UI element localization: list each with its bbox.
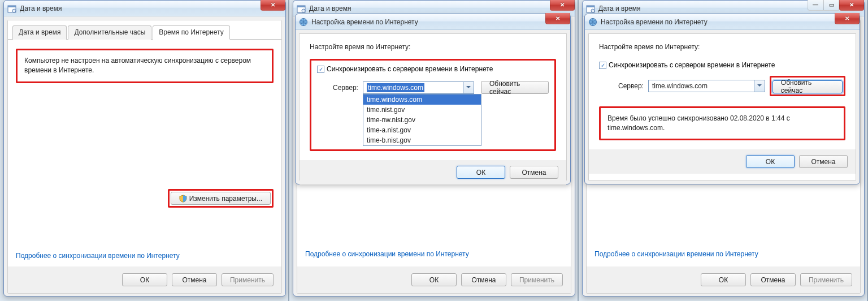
dialog-cancel-button[interactable]: Отмена (510, 166, 558, 179)
apply-button[interactable]: Применить (222, 273, 274, 286)
chevron-down-icon[interactable] (463, 82, 474, 93)
dialog-ok-button[interactable]: ОК (746, 155, 795, 168)
close-button[interactable]: ✕ (550, 0, 575, 11)
window-title: Дата и время (20, 5, 62, 12)
dialog-heading: Настройте время по Интернету: (310, 43, 556, 51)
close-button[interactable]: ✕ (839, 0, 864, 11)
ok-button[interactable]: ОК (411, 273, 457, 286)
sync-checkbox-label: Синхронизировать с сервером времени в Ин… (609, 61, 775, 69)
server-option[interactable]: time.nist.gov (363, 105, 481, 115)
more-info-link[interactable]: Подробнее о синхронизации времени по Инт… (594, 250, 758, 258)
tab-date-time[interactable]: Дата и время (12, 25, 67, 40)
dialog-close-button[interactable]: ✕ (835, 13, 860, 24)
window-title: Дата и время (598, 5, 640, 12)
apply-button[interactable]: Применить (800, 273, 852, 286)
tab-additional-clocks[interactable]: Дополнительные часы (68, 25, 151, 40)
change-settings-label: Изменить параметры... (189, 195, 262, 203)
server-label: Сервер: (333, 84, 358, 92)
server-value: time.windows.com (652, 82, 708, 90)
cancel-button[interactable]: Отмена (461, 273, 506, 286)
svg-point-9 (591, 9, 594, 12)
dialog-heading: Настройте время по Интернету: (599, 43, 845, 51)
svg-point-2 (12, 9, 16, 12)
calendar-icon (297, 4, 306, 13)
titlebar: Дата и время ✕ (4, 1, 285, 16)
server-option[interactable]: time-a.nist.gov (363, 125, 481, 135)
ok-button[interactable]: ОК (701, 273, 746, 286)
maximize-button[interactable]: ▭ (823, 0, 839, 11)
update-now-button[interactable]: Обновить сейчас (772, 80, 843, 93)
server-value: time.windows.com (367, 83, 424, 92)
svg-rect-8 (587, 6, 594, 7)
calendar-icon (586, 4, 595, 13)
sync-checkbox[interactable]: ✓ (599, 62, 606, 69)
more-info-link[interactable]: Подробнее о синхронизации времени по Инт… (16, 252, 180, 260)
server-label: Сервер: (618, 82, 644, 90)
globe-icon (588, 18, 597, 27)
sync-checkbox-label: Синхронизировать с сервером времени в Ин… (327, 65, 493, 73)
dialog-close-button[interactable]: ✕ (545, 13, 570, 24)
dialog-title: Настройка времени по Интернету (311, 18, 418, 26)
dialog-title: Настройка времени по Интернету (601, 18, 708, 26)
dialog-ok-button[interactable]: ОК (457, 166, 505, 179)
cancel-button[interactable]: Отмена (172, 273, 217, 286)
cancel-button[interactable]: Отмена (750, 273, 796, 286)
window-title: Дата и время (309, 5, 351, 12)
server-option[interactable]: time-b.nist.gov (363, 135, 481, 145)
globe-icon (299, 18, 308, 27)
change-settings-button[interactable]: Изменить параметры... (171, 192, 271, 205)
close-button[interactable]: ✕ (261, 0, 285, 11)
more-info-link[interactable]: Подробнее о синхронизации времени по Инт… (305, 250, 469, 258)
server-dropdown[interactable]: time.windows.com time.nist.gov time-nw.n… (363, 94, 481, 146)
minimize-button[interactable]: — (808, 0, 823, 11)
tabstrip: Дата и время Дополнительные часы Время п… (8, 20, 281, 40)
dialog-titlebar: Настройка времени по Интернету ✕ (585, 14, 860, 30)
chevron-down-icon[interactable] (754, 80, 765, 92)
svg-rect-1 (8, 6, 16, 7)
dialog-cancel-button[interactable]: Отмена (799, 155, 848, 168)
sync-success-text: Время было успешно синхронизовано 02.08.… (601, 108, 844, 139)
server-option[interactable]: time-nw.nist.gov (363, 115, 481, 125)
sync-checkbox[interactable]: ✓ (317, 66, 324, 73)
server-combobox[interactable]: time.windows.com (648, 80, 765, 92)
server-combobox[interactable]: time.windows.com time.windows.com time.n… (363, 81, 474, 94)
shield-icon (179, 195, 187, 203)
svg-rect-4 (297, 6, 305, 7)
dialog-titlebar: Настройка времени по Интернету ✕ (296, 14, 570, 30)
tab-internet-time[interactable]: Время по Интернету (153, 25, 229, 40)
update-now-button[interactable]: Обновить сейчас (481, 81, 549, 94)
apply-button[interactable]: Применить (511, 273, 563, 286)
sync-status-text: Компьютер не настроен на автоматическую … (18, 50, 272, 81)
calendar-icon (7, 4, 16, 13)
ok-button[interactable]: ОК (122, 273, 167, 286)
svg-point-5 (302, 9, 305, 12)
server-option[interactable]: time.windows.com (363, 94, 481, 105)
